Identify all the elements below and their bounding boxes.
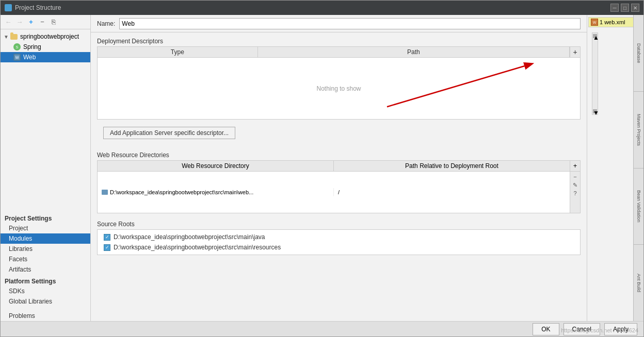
wrt-side-buttons: + [570,161,580,171]
platform-settings-section: Platform Settings SDKs Global Libraries [1,275,90,307]
problems-label: Problems [9,312,35,319]
web-resource-directories-label: Web Resource Directories [91,148,587,160]
minimize-button[interactable]: ─ [610,4,619,12]
modules-label: Modules [9,235,32,242]
relative-path: / [338,189,340,195]
name-label: Name: [97,20,115,27]
forward-button[interactable]: → [15,18,24,27]
source-path-java: D:\workspace_idea\springbootwebproject\s… [114,233,265,241]
close-button[interactable]: ✕ [631,4,639,12]
source-row-java: D:\workspace_idea\springbootwebproject\s… [98,232,580,242]
add-web-resource-btn[interactable]: + [571,161,580,170]
project-label: Project [9,225,28,232]
title-bar-left: Project Structure [5,4,61,11]
remove-web-resource-btn[interactable]: − [571,173,579,181]
ok-button[interactable]: OK [533,323,559,335]
deployment-descriptors-section: Deployment Descriptors Type Path + Nothi… [91,35,587,120]
source-row-resources: D:\workspace_idea\springbootwebproject\s… [98,242,580,252]
web-icon: W [13,53,21,61]
database-label[interactable]: Database [634,15,643,92]
spring-icon: S [13,43,21,51]
sidebar-item-libraries[interactable]: Libraries [1,244,90,254]
add-button[interactable]: + [26,18,36,27]
sidebar-item-global-libraries[interactable]: Global Libraries [1,296,90,307]
project-settings-label: Project Settings [1,212,90,223]
sidebar-item-project[interactable]: Project [1,223,90,233]
path-column-header: Path [258,47,570,57]
sidebar-toolbar: ← → + − ⎘ [1,15,90,29]
project-settings-section: Project Settings Project Modules Librari… [1,212,90,275]
tree-web-label: Web [23,54,36,61]
tree-item-root[interactable]: ▼ springbootwebproject [1,31,90,42]
sidebar-item-modules[interactable]: Modules [1,233,90,244]
project-tree: ▼ springbootwebproject S Spring W [1,29,90,212]
deployment-descriptors-label: Deployment Descriptors [91,35,587,46]
bottom-bar: https://blog.csdn.net / J080624 OK Cance… [1,321,643,336]
scroll-up-btn[interactable]: ▲ [593,34,597,38]
scroll-down-btn[interactable]: ▼ [593,109,597,113]
add-descriptor-row: Add Application Server specific descript… [91,120,587,146]
sidebar-item-sdks[interactable]: SDKs [1,286,90,296]
source-roots-label: Source Roots [91,217,587,229]
project-structure-window: Project Structure ─ □ ✕ ← → + − ⎘ ▼ [0,0,644,337]
sidebar-item-artifacts[interactable]: Artifacts [1,264,90,275]
folder-icon [10,32,18,41]
plus-icon: + [573,48,577,56]
source-checkbox-java[interactable] [104,234,110,241]
type-column-header: Type [98,47,258,57]
main-content: ← → + − ⎘ ▼ springbootwebproject S [1,15,643,321]
empty-text: Nothing to show [316,85,361,92]
global-libraries-label: Global Libraries [9,298,52,305]
title-bar: Project Structure ─ □ ✕ [1,1,643,15]
sidebar-item-problems[interactable]: Problems [1,311,90,321]
window-icon [5,4,12,11]
tree-arrow: ▼ [4,34,10,40]
source-path-resources: D:\workspace_idea\springbootwebproject\s… [114,244,281,251]
platform-settings-label: Platform Settings [1,275,90,286]
artifacts-label: Artifacts [9,266,31,273]
relative-path-cell: / [333,188,570,196]
tree-root-label: springbootwebproject [20,33,79,40]
edit-web-resource-btn[interactable]: ✎ [571,181,579,189]
sdks-label: SDKs [9,288,25,295]
libraries-label: Libraries [9,245,33,252]
name-input[interactable] [119,18,581,29]
tree-item-web[interactable]: W Web [1,52,90,62]
copy-button[interactable]: ⎘ [49,18,58,27]
name-row: Name: [91,15,587,32]
web-xml-label: 1 web.xml [600,19,625,25]
add-descriptor-btn[interactable]: + [570,47,580,57]
path-relative-header: Path Relative to Deployment Root [334,161,570,171]
sidebar: ← → + − ⎘ ▼ springbootwebproject S [1,15,91,321]
main-panel: Name: Deployment Descriptors Type Path +… [91,15,587,321]
folder-small-icon [102,190,108,195]
right-panel: ▲ ▼ W 1 web.xml Database Maven Projects … [587,15,643,321]
watermark: https://blog.csdn.net / J080624 [561,327,638,333]
window-title: Project Structure [15,4,61,11]
maven-projects-label[interactable]: Maven Projects [634,92,643,168]
vertical-scrollbar[interactable]: ▲ ▼ [592,32,598,115]
web-resource-dir-cell: D:\workspace_idea\springbootwebproject\s… [98,188,333,196]
title-bar-controls[interactable]: ─ □ ✕ [610,4,639,12]
tree-spring-label: Spring [23,43,41,50]
source-roots-section: Source Roots D:\workspace_idea\springboo… [91,217,587,255]
vertical-labels: Database Maven Projects Bean Validation … [633,15,643,321]
help-web-resource-btn[interactable]: ? [571,189,579,197]
sidebar-item-facets[interactable]: Facets [1,254,90,264]
remove-button[interactable]: − [38,18,47,27]
problems-section: Problems [1,311,90,321]
maximize-button[interactable]: □ [621,4,629,12]
web-xml-icon: W [591,19,598,26]
web-resource-dir-header: Web Resource Directory [98,161,334,171]
tree-item-spring[interactable]: S Spring [1,42,90,52]
svg-line-1 [387,64,532,107]
add-app-server-button[interactable]: Add Application Server specific descript… [103,127,235,139]
web-resource-directories-section: Web Resource Directories Web Resource Di… [91,148,587,213]
ant-build-label[interactable]: Ant Build [634,245,643,321]
facets-label: Facets [9,256,27,263]
bean-validation-label[interactable]: Bean Validation [634,168,643,245]
source-checkbox-resources[interactable] [104,244,110,251]
web-resource-path: D:\workspace_idea\springbootwebproject\s… [110,189,253,195]
wrt-action-buttons: − ✎ ? [570,172,580,213]
back-button[interactable]: ← [4,18,13,27]
